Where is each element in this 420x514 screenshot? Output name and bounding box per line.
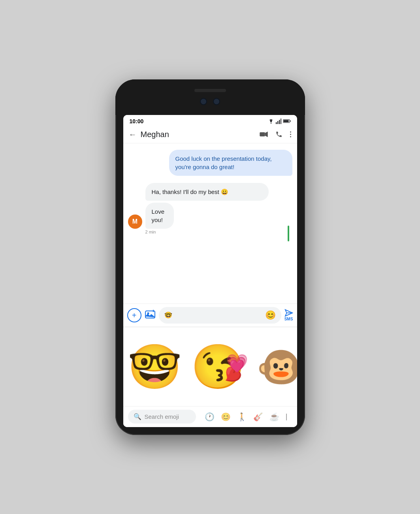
speaker-grille [194,89,226,92]
message-group-with-avatar: M Love you! [128,203,292,229]
send-label: SMS [284,317,293,321]
svg-rect-1 [276,122,277,124]
phone-call-icon[interactable] [275,131,283,138]
phone-notch [115,79,305,115]
emoji-kiss-nerd[interactable]: 😘 💗 [186,327,250,406]
gallery-button[interactable] [145,309,156,321]
signal-icon [276,119,281,124]
svg-point-10 [290,132,291,133]
emoji-large-display: 🤓 😘 💗 🐵 [123,327,297,406]
svg-rect-3 [279,120,280,124]
message-bubble-received-2: Love you! [145,203,174,229]
sent-message-1: Good luck on the presentation today, you… [128,150,292,176]
gallery-icon [145,309,156,320]
more-categories-icon[interactable]: | [286,412,288,421]
phone-frame: 10:00 [115,79,305,435]
recent-tab[interactable]: 🕐 [205,412,215,422]
svg-rect-4 [281,119,281,124]
svg-rect-6 [290,120,290,122]
emoji-picker-area: 🤓 😘 💗 🐵 🔍 Search emoji [123,327,297,427]
activities-tab[interactable]: 🎸 [253,412,263,422]
people-tab[interactable]: 🚶 [237,412,247,422]
food-tab[interactable]: ☕ [269,412,279,422]
status-bar: 10:00 [123,115,297,126]
contact-name: Meghan [141,130,256,139]
header-action-icons [260,131,292,138]
emoji-picker-button[interactable]: 😊 [265,310,276,320]
add-attachment-button[interactable]: + [127,308,141,322]
message-timestamp: 2 min [145,230,292,234]
status-icons [268,119,291,124]
video-call-icon[interactable] [260,131,268,137]
send-icon [284,309,293,317]
svg-rect-2 [277,121,278,124]
scroll-indicator [288,226,289,241]
search-icon: 🔍 [134,413,141,420]
back-button[interactable]: ← [129,130,137,139]
send-button[interactable]: SMS [284,309,293,321]
message-bubble-received-1: Ha, thanks! I'll do my best 😀 [145,183,269,201]
search-input-wrapper[interactable]: 🔍 Search emoji [128,410,196,424]
front-camera [200,98,207,105]
text-input-wrapper[interactable]: 🤓 😊 [159,307,281,324]
smileys-tab[interactable]: 😊 [221,412,231,422]
svg-rect-7 [283,120,288,122]
contact-avatar: M [128,215,142,229]
emoji-category-tabs: 🕐 😊 🚶 🎸 ☕ | [200,410,292,424]
emoji-monkey[interactable]: 🐵 [250,327,297,406]
status-time: 10:00 [130,118,144,124]
search-placeholder: Search emoji [145,413,179,420]
input-emoji-display: 🤓 [164,311,262,319]
messages-area: Good luck on the presentation today, you… [123,143,297,303]
emoji-search-bar: 🔍 Search emoji 🕐 😊 🚶 🎸 ☕ | [123,406,297,427]
battery-icon [283,119,291,124]
svg-point-11 [290,134,291,135]
svg-marker-9 [265,132,267,137]
wifi-icon [268,119,274,124]
message-bubble-sent: Good luck on the presentation today, you… [169,150,292,176]
more-options-icon[interactable] [290,131,292,138]
received-stack: Love you! [145,203,184,229]
app-header: ← Meghan [123,126,297,143]
emoji-nerd-face[interactable]: 🤓 [123,327,186,406]
svg-rect-8 [260,132,265,137]
sensor [213,98,220,105]
svg-point-12 [290,136,291,137]
received-group: Ha, thanks! I'll do my best 😀 M Love you… [128,183,292,234]
message-input-area: + 🤓 😊 SMS [123,303,297,327]
phone-screen: 10:00 [123,115,297,427]
